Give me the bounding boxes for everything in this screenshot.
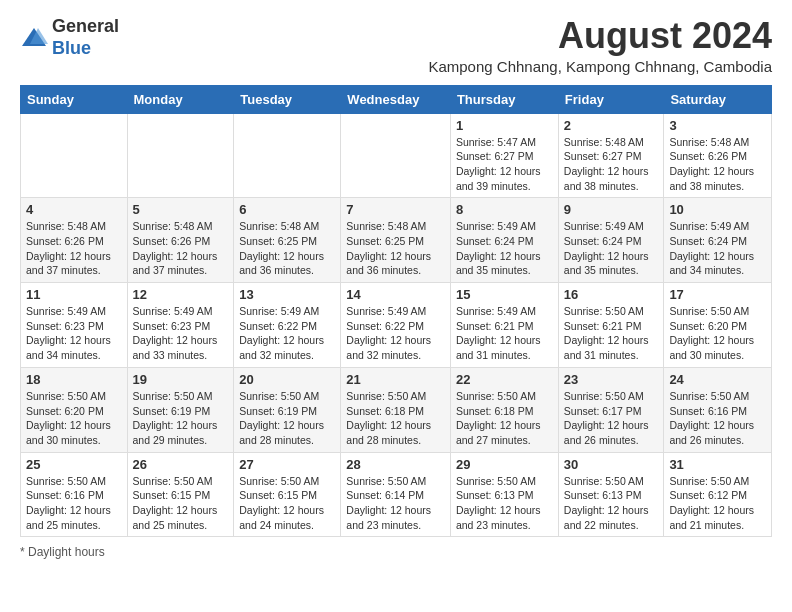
weekday-header-monday: Monday <box>127 85 234 113</box>
day-number: 20 <box>239 372 335 387</box>
logo-text: General Blue <box>52 16 119 59</box>
day-number: 21 <box>346 372 445 387</box>
day-info: Sunrise: 5:50 AM Sunset: 6:13 PM Dayligh… <box>564 474 659 533</box>
day-info: Sunrise: 5:50 AM Sunset: 6:18 PM Dayligh… <box>456 389 553 448</box>
day-number: 4 <box>26 202 122 217</box>
day-number: 18 <box>26 372 122 387</box>
header: General Blue August 2024 Kampong Chhnang… <box>20 16 772 75</box>
footer-note: * Daylight hours <box>20 545 772 559</box>
calendar-cell: 12Sunrise: 5:49 AM Sunset: 6:23 PM Dayli… <box>127 283 234 368</box>
day-number: 26 <box>133 457 229 472</box>
calendar-cell: 20Sunrise: 5:50 AM Sunset: 6:19 PM Dayli… <box>234 367 341 452</box>
calendar-cell: 19Sunrise: 5:50 AM Sunset: 6:19 PM Dayli… <box>127 367 234 452</box>
calendar-cell: 4Sunrise: 5:48 AM Sunset: 6:26 PM Daylig… <box>21 198 128 283</box>
day-info: Sunrise: 5:50 AM Sunset: 6:17 PM Dayligh… <box>564 389 659 448</box>
day-info: Sunrise: 5:50 AM Sunset: 6:16 PM Dayligh… <box>669 389 766 448</box>
day-info: Sunrise: 5:50 AM Sunset: 6:15 PM Dayligh… <box>133 474 229 533</box>
day-info: Sunrise: 5:50 AM Sunset: 6:21 PM Dayligh… <box>564 304 659 363</box>
calendar-cell: 8Sunrise: 5:49 AM Sunset: 6:24 PM Daylig… <box>450 198 558 283</box>
day-number: 31 <box>669 457 766 472</box>
calendar-cell: 10Sunrise: 5:49 AM Sunset: 6:24 PM Dayli… <box>664 198 772 283</box>
month-title: August 2024 <box>428 16 772 56</box>
day-number: 29 <box>456 457 553 472</box>
calendar-cell: 5Sunrise: 5:48 AM Sunset: 6:26 PM Daylig… <box>127 198 234 283</box>
day-number: 6 <box>239 202 335 217</box>
location-subtitle: Kampong Chhnang, Kampong Chhnang, Cambod… <box>428 58 772 75</box>
calendar-cell: 27Sunrise: 5:50 AM Sunset: 6:15 PM Dayli… <box>234 452 341 537</box>
weekday-header-friday: Friday <box>558 85 664 113</box>
day-info: Sunrise: 5:49 AM Sunset: 6:23 PM Dayligh… <box>26 304 122 363</box>
calendar-cell <box>234 113 341 198</box>
day-number: 11 <box>26 287 122 302</box>
calendar-cell: 15Sunrise: 5:49 AM Sunset: 6:21 PM Dayli… <box>450 283 558 368</box>
day-info: Sunrise: 5:50 AM Sunset: 6:15 PM Dayligh… <box>239 474 335 533</box>
calendar-cell: 7Sunrise: 5:48 AM Sunset: 6:25 PM Daylig… <box>341 198 451 283</box>
calendar-cell: 17Sunrise: 5:50 AM Sunset: 6:20 PM Dayli… <box>664 283 772 368</box>
day-info: Sunrise: 5:47 AM Sunset: 6:27 PM Dayligh… <box>456 135 553 194</box>
day-number: 12 <box>133 287 229 302</box>
calendar-cell: 23Sunrise: 5:50 AM Sunset: 6:17 PM Dayli… <box>558 367 664 452</box>
day-info: Sunrise: 5:49 AM Sunset: 6:24 PM Dayligh… <box>564 219 659 278</box>
week-row-3: 11Sunrise: 5:49 AM Sunset: 6:23 PM Dayli… <box>21 283 772 368</box>
calendar-cell: 31Sunrise: 5:50 AM Sunset: 6:12 PM Dayli… <box>664 452 772 537</box>
calendar-cell: 18Sunrise: 5:50 AM Sunset: 6:20 PM Dayli… <box>21 367 128 452</box>
day-info: Sunrise: 5:50 AM Sunset: 6:19 PM Dayligh… <box>239 389 335 448</box>
day-number: 22 <box>456 372 553 387</box>
day-number: 27 <box>239 457 335 472</box>
day-number: 15 <box>456 287 553 302</box>
day-number: 3 <box>669 118 766 133</box>
day-info: Sunrise: 5:48 AM Sunset: 6:26 PM Dayligh… <box>26 219 122 278</box>
footer-note-text: Daylight hours <box>28 545 105 559</box>
calendar-cell: 1Sunrise: 5:47 AM Sunset: 6:27 PM Daylig… <box>450 113 558 198</box>
calendar-table: SundayMondayTuesdayWednesdayThursdayFrid… <box>20 85 772 538</box>
day-number: 19 <box>133 372 229 387</box>
calendar-cell: 26Sunrise: 5:50 AM Sunset: 6:15 PM Dayli… <box>127 452 234 537</box>
calendar-cell: 16Sunrise: 5:50 AM Sunset: 6:21 PM Dayli… <box>558 283 664 368</box>
day-number: 16 <box>564 287 659 302</box>
day-info: Sunrise: 5:50 AM Sunset: 6:19 PM Dayligh… <box>133 389 229 448</box>
calendar-cell <box>341 113 451 198</box>
week-row-1: 1Sunrise: 5:47 AM Sunset: 6:27 PM Daylig… <box>21 113 772 198</box>
day-number: 30 <box>564 457 659 472</box>
weekday-header-thursday: Thursday <box>450 85 558 113</box>
day-number: 8 <box>456 202 553 217</box>
day-number: 14 <box>346 287 445 302</box>
calendar-cell: 2Sunrise: 5:48 AM Sunset: 6:27 PM Daylig… <box>558 113 664 198</box>
calendar-cell: 21Sunrise: 5:50 AM Sunset: 6:18 PM Dayli… <box>341 367 451 452</box>
day-number: 7 <box>346 202 445 217</box>
day-number: 13 <box>239 287 335 302</box>
calendar-cell: 14Sunrise: 5:49 AM Sunset: 6:22 PM Dayli… <box>341 283 451 368</box>
day-number: 25 <box>26 457 122 472</box>
day-info: Sunrise: 5:49 AM Sunset: 6:24 PM Dayligh… <box>669 219 766 278</box>
day-number: 5 <box>133 202 229 217</box>
calendar-cell: 29Sunrise: 5:50 AM Sunset: 6:13 PM Dayli… <box>450 452 558 537</box>
logo-general-text: General <box>52 16 119 36</box>
day-info: Sunrise: 5:48 AM Sunset: 6:25 PM Dayligh… <box>239 219 335 278</box>
day-info: Sunrise: 5:48 AM Sunset: 6:26 PM Dayligh… <box>133 219 229 278</box>
calendar-cell: 25Sunrise: 5:50 AM Sunset: 6:16 PM Dayli… <box>21 452 128 537</box>
day-info: Sunrise: 5:48 AM Sunset: 6:27 PM Dayligh… <box>564 135 659 194</box>
day-info: Sunrise: 5:48 AM Sunset: 6:26 PM Dayligh… <box>669 135 766 194</box>
day-info: Sunrise: 5:50 AM Sunset: 6:20 PM Dayligh… <box>26 389 122 448</box>
day-number: 24 <box>669 372 766 387</box>
weekday-header-sunday: Sunday <box>21 85 128 113</box>
weekday-header-tuesday: Tuesday <box>234 85 341 113</box>
calendar-cell: 6Sunrise: 5:48 AM Sunset: 6:25 PM Daylig… <box>234 198 341 283</box>
logo-blue-text: Blue <box>52 38 91 58</box>
weekday-header-saturday: Saturday <box>664 85 772 113</box>
day-number: 28 <box>346 457 445 472</box>
day-info: Sunrise: 5:49 AM Sunset: 6:23 PM Dayligh… <box>133 304 229 363</box>
day-info: Sunrise: 5:50 AM Sunset: 6:13 PM Dayligh… <box>456 474 553 533</box>
day-info: Sunrise: 5:50 AM Sunset: 6:20 PM Dayligh… <box>669 304 766 363</box>
week-row-2: 4Sunrise: 5:48 AM Sunset: 6:26 PM Daylig… <box>21 198 772 283</box>
calendar-cell: 11Sunrise: 5:49 AM Sunset: 6:23 PM Dayli… <box>21 283 128 368</box>
day-number: 9 <box>564 202 659 217</box>
calendar-cell: 28Sunrise: 5:50 AM Sunset: 6:14 PM Dayli… <box>341 452 451 537</box>
day-info: Sunrise: 5:50 AM Sunset: 6:18 PM Dayligh… <box>346 389 445 448</box>
logo-icon <box>20 24 48 52</box>
calendar-cell: 30Sunrise: 5:50 AM Sunset: 6:13 PM Dayli… <box>558 452 664 537</box>
week-row-4: 18Sunrise: 5:50 AM Sunset: 6:20 PM Dayli… <box>21 367 772 452</box>
day-number: 2 <box>564 118 659 133</box>
calendar-cell: 24Sunrise: 5:50 AM Sunset: 6:16 PM Dayli… <box>664 367 772 452</box>
day-info: Sunrise: 5:48 AM Sunset: 6:25 PM Dayligh… <box>346 219 445 278</box>
